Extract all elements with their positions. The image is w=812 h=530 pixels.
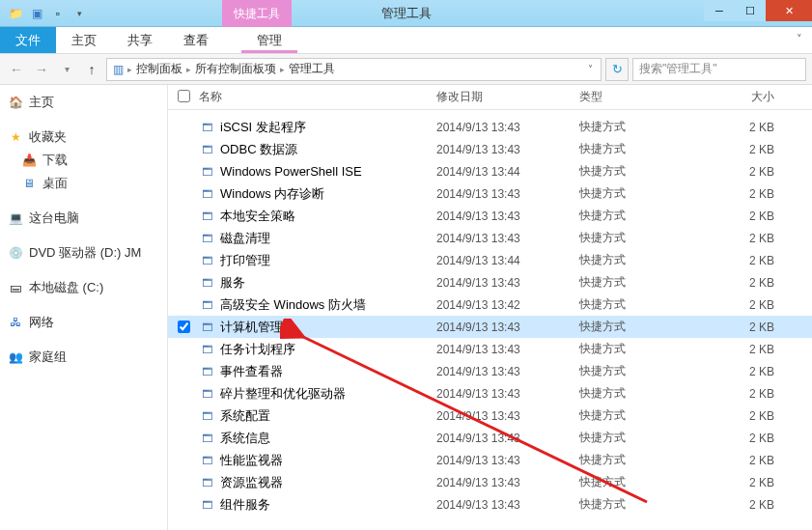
file-row[interactable]: 🗔打印管理2014/9/13 13:44快捷方式2 KB — [168, 249, 812, 271]
network-icon: 🖧 — [8, 315, 23, 330]
sidebar-item-dvd[interactable]: 💿 DVD 驱动器 (D:) JM — [0, 241, 167, 265]
sidebar-label: 这台电脑 — [29, 209, 79, 227]
shortcut-icon: 🗔 — [199, 253, 214, 268]
file-name-cell: 🗔磁盘清理 — [199, 230, 436, 247]
file-name-label: 资源监视器 — [220, 474, 283, 491]
shortcut-icon: 🗔 — [199, 231, 214, 246]
sidebar-item-homegroup[interactable]: 👥 家庭组 — [0, 346, 167, 369]
file-name-cell: 🗔资源监视器 — [199, 474, 436, 491]
shortcut-icon: 🗔 — [199, 120, 214, 135]
file-row[interactable]: 🗔系统信息2014/9/13 13:43快捷方式2 KB — [168, 427, 812, 449]
breadcrumb-segment[interactable]: 所有控制面板项 — [193, 61, 278, 77]
properties-icon[interactable]: ▣ — [29, 6, 44, 21]
file-size-cell: 2 KB — [718, 454, 782, 467]
file-name-cell: 🗔iSCSI 发起程序 — [199, 119, 436, 136]
file-name-cell: 🗔Windows 内存诊断 — [199, 185, 436, 203]
file-type-cell: 快捷方式 — [579, 252, 718, 268]
titlebar: 📁 ▣ ▫ ▾ 快捷工具 管理工具 ─ ☐ ✕ — [0, 0, 812, 27]
file-name-label: 服务 — [220, 274, 245, 292]
breadcrumb-sep-icon[interactable]: ▸ — [127, 65, 132, 74]
file-date-cell: 2014/9/13 13:43 — [436, 409, 579, 423]
file-type-cell: 快捷方式 — [579, 452, 718, 468]
sidebar-item-local-disk[interactable]: 🖴 本地磁盘 (C:) — [0, 276, 167, 299]
address-dropdown-icon[interactable]: ˅ — [588, 64, 597, 74]
minimize-button[interactable]: ─ — [704, 0, 735, 21]
ribbon-tab-share[interactable]: 共享 — [112, 27, 168, 53]
desktop-icon: 🖥 — [21, 176, 37, 191]
file-name-label: 计算机管理 — [220, 319, 283, 336]
ribbon-tab-manage[interactable]: 管理 — [241, 27, 297, 53]
row-checkbox[interactable] — [178, 321, 199, 333]
file-name-label: 系统信息 — [220, 430, 270, 447]
file-name-cell: 🗔高级安全 Windows 防火墙 — [199, 296, 436, 314]
sidebar-item-desktop[interactable]: 🖥 桌面 — [0, 172, 167, 195]
file-date-cell: 2014/9/13 13:44 — [436, 165, 579, 179]
file-date-cell: 2014/9/13 13:42 — [436, 298, 579, 312]
close-button[interactable]: ✕ — [766, 0, 812, 21]
file-row[interactable]: 🗔磁盘清理2014/9/13 13:43快捷方式2 KB — [168, 227, 812, 249]
file-name-label: ODBC 数据源 — [220, 141, 297, 158]
back-button[interactable]: ← — [6, 59, 27, 80]
file-size-cell: 2 KB — [718, 476, 782, 489]
file-row[interactable]: 🗔服务2014/9/13 13:43快捷方式2 KB — [168, 271, 812, 293]
column-name[interactable]: 名称 — [199, 89, 436, 105]
column-type[interactable]: 类型 — [579, 89, 718, 105]
download-icon: 📥 — [21, 153, 37, 168]
sidebar-item-favorites[interactable]: ★ 收藏夹 — [0, 126, 167, 149]
column-size[interactable]: 大小 — [718, 89, 782, 105]
sidebar-item-network[interactable]: 🖧 网络 — [0, 311, 167, 334]
file-row[interactable]: 🗔组件服务2014/9/13 13:43快捷方式2 KB — [168, 493, 812, 516]
file-row[interactable]: 🗔高级安全 Windows 防火墙2014/9/13 13:42快捷方式2 KB — [168, 293, 812, 316]
sidebar-item-downloads[interactable]: 📥 下载 — [0, 149, 167, 172]
file-name-cell: 🗔ODBC 数据源 — [199, 141, 436, 158]
sidebar-item-this-pc[interactable]: 💻 这台电脑 — [0, 207, 167, 230]
file-row[interactable]: 🗔iSCSI 发起程序2014/9/13 13:43快捷方式2 KB — [168, 116, 812, 138]
file-date-cell: 2014/9/13 13:43 — [436, 232, 579, 245]
file-name-label: 事件查看器 — [220, 363, 283, 380]
recent-dropdown-icon[interactable]: ▾ — [56, 59, 77, 80]
new-folder-icon[interactable]: ▫ — [50, 6, 66, 21]
column-date[interactable]: 修改日期 — [436, 89, 579, 105]
file-row[interactable]: 🗔资源监视器2014/9/13 13:43快捷方式2 KB — [168, 471, 812, 493]
file-name-label: 高级安全 Windows 防火墙 — [220, 296, 366, 314]
ribbon-file-tab[interactable]: 文件 — [0, 27, 56, 53]
breadcrumb-segment[interactable]: 控制面板 — [134, 61, 184, 77]
breadcrumb-segment[interactable]: 管理工具 — [287, 61, 337, 77]
file-row[interactable]: 🗔性能监视器2014/9/13 13:43快捷方式2 KB — [168, 449, 812, 471]
file-row[interactable]: 🗔Windows 内存诊断2014/9/13 13:43快捷方式2 KB — [168, 182, 812, 205]
file-row[interactable]: 🗔碎片整理和优化驱动器2014/9/13 13:43快捷方式2 KB — [168, 382, 812, 404]
ribbon-collapse-icon[interactable]: ˅ — [797, 33, 802, 45]
control-panel-icon[interactable]: ▥ — [111, 63, 126, 76]
file-name-label: 组件服务 — [220, 496, 270, 514]
search-input[interactable]: 搜索"管理工具" — [632, 58, 806, 81]
breadcrumb-sep-icon[interactable]: ▸ — [280, 65, 285, 74]
file-row[interactable]: 🗔任务计划程序2014/9/13 13:43快捷方式2 KB — [168, 338, 812, 360]
file-row[interactable]: 🗔Windows PowerShell ISE2014/9/13 13:44快捷… — [168, 160, 812, 182]
up-button[interactable]: ↑ — [81, 59, 102, 80]
file-row[interactable]: 🗔ODBC 数据源2014/9/13 13:43快捷方式2 KB — [168, 138, 812, 160]
select-all-checkbox[interactable] — [178, 90, 199, 105]
file-name-label: 磁盘清理 — [220, 230, 270, 247]
forward-button[interactable]: → — [31, 59, 52, 80]
file-type-cell: 快捷方式 — [579, 119, 718, 135]
address-bar[interactable]: ▥ ▸ 控制面板 ▸ 所有控制面板项 ▸ 管理工具 ˅ — [106, 58, 602, 81]
file-row[interactable]: 🗔事件查看器2014/9/13 13:43快捷方式2 KB — [168, 360, 812, 382]
file-name-cell: 🗔本地安全策略 — [199, 208, 436, 225]
maximize-button[interactable]: ☐ — [735, 0, 766, 21]
sidebar-item-home[interactable]: 🏠 主页 — [0, 91, 167, 114]
file-row[interactable]: 🗔计算机管理2014/9/13 13:43快捷方式2 KB — [168, 316, 812, 338]
refresh-button[interactable]: ↻ — [605, 58, 629, 81]
qat-dropdown-icon[interactable]: ▾ — [71, 6, 87, 21]
breadcrumb-sep-icon[interactable]: ▸ — [186, 65, 191, 74]
file-type-cell: 快捷方式 — [579, 141, 718, 157]
file-date-cell: 2014/9/13 13:43 — [436, 321, 579, 334]
file-row[interactable]: 🗔系统配置2014/9/13 13:43快捷方式2 KB — [168, 404, 812, 427]
file-date-cell: 2014/9/13 13:43 — [436, 432, 579, 445]
file-date-cell: 2014/9/13 13:43 — [436, 187, 579, 201]
file-row[interactable]: 🗔本地安全策略2014/9/13 13:43快捷方式2 KB — [168, 205, 812, 227]
ribbon-tab-home[interactable]: 主页 — [56, 27, 112, 53]
app-icon[interactable]: 📁 — [8, 6, 23, 21]
file-date-cell: 2014/9/13 13:43 — [436, 143, 579, 156]
ribbon-tab-view[interactable]: 查看 — [168, 27, 224, 53]
file-name-label: 任务计划程序 — [220, 341, 295, 358]
